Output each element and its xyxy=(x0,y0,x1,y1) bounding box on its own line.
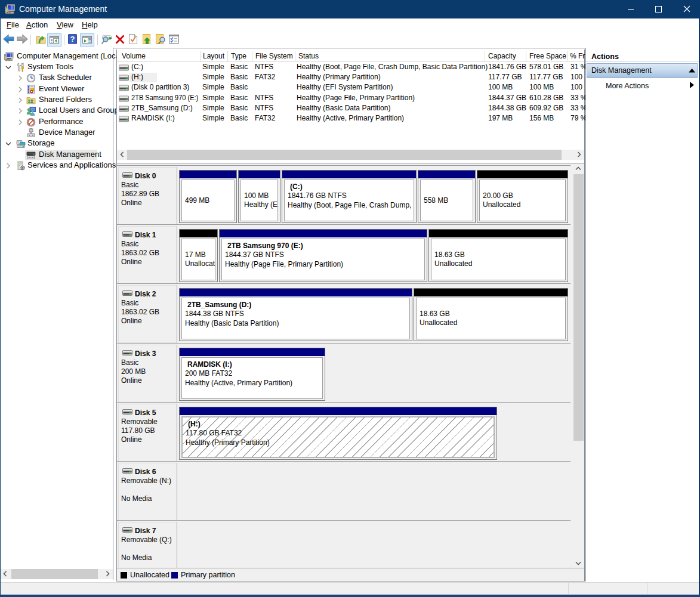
svg-text:?: ? xyxy=(70,35,75,44)
